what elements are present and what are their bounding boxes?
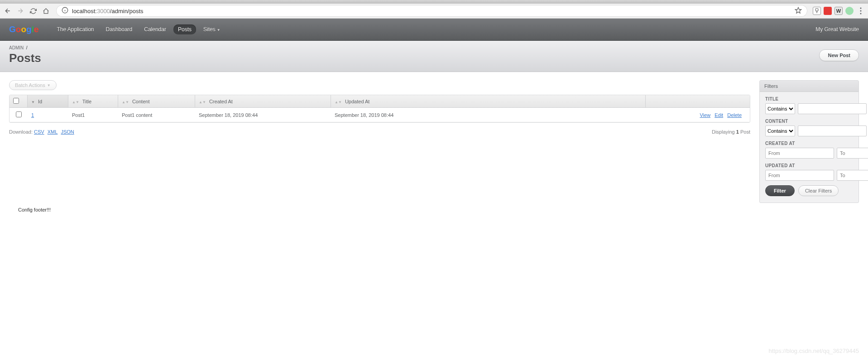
filter-content-op[interactable]: Contains: [765, 125, 795, 136]
col-actions: [646, 95, 750, 108]
edit-link[interactable]: Edit: [715, 112, 723, 118]
title-bar: ADMIN / Posts New Post: [0, 41, 868, 72]
filter-updated-at-label: UPDATED AT: [765, 163, 853, 168]
bookmark-star-icon[interactable]: [795, 7, 802, 15]
home-button[interactable]: [41, 6, 51, 16]
filter-updated-from[interactable]: [765, 170, 834, 181]
filters-heading: Filters: [760, 81, 858, 92]
download-json-link[interactable]: JSON: [61, 129, 74, 135]
filter-button[interactable]: Filter: [765, 185, 795, 196]
nav-link-calendar[interactable]: Calendar: [139, 24, 171, 34]
filter-created-at-label: CREATED AT: [765, 141, 853, 146]
batch-actions-button[interactable]: Batch Actions ▼: [9, 80, 57, 90]
reload-button[interactable]: [28, 6, 38, 16]
nav-link-the-application[interactable]: The Application: [52, 24, 98, 34]
filter-content-input[interactable]: [798, 125, 867, 136]
filter-title-op[interactable]: Contains: [765, 103, 795, 114]
col-id[interactable]: ▼ Id: [28, 95, 68, 108]
view-link[interactable]: View: [700, 112, 710, 118]
row-id-link[interactable]: 1: [31, 112, 34, 118]
col-created-at[interactable]: ▲▼ Created At: [195, 95, 331, 108]
extension-icon-1[interactable]: [813, 7, 821, 15]
browser-menu-icon[interactable]: [856, 7, 865, 14]
filters-panel: Filters TITLE Contains CONTENT Contains: [759, 80, 859, 203]
row-checkbox[interactable]: [16, 111, 22, 117]
select-all-checkbox[interactable]: [13, 98, 19, 104]
extension-icons: W: [813, 7, 865, 15]
app-top-nav: Google The Application Dashboard Calenda…: [0, 19, 868, 41]
download-links: Download: CSV XML JSON: [9, 129, 76, 135]
nav-link-dashboard[interactable]: Dashboard: [101, 24, 137, 34]
col-content[interactable]: ▲▼ Content: [118, 95, 195, 108]
sort-icon: ▲▼: [72, 101, 79, 103]
sort-icon: ▲▼: [335, 101, 342, 103]
sort-desc-icon: ▼: [31, 100, 35, 104]
extension-icon-3[interactable]: W: [834, 7, 843, 15]
breadcrumb-admin[interactable]: ADMIN: [9, 45, 24, 50]
forward-button[interactable]: [15, 6, 25, 16]
cell-updated-at: September 18, 2019 08:44: [331, 108, 646, 122]
sort-icon: ▲▼: [199, 101, 206, 103]
table-row: 1 Post1 Post1 content September 18, 2019…: [10, 108, 750, 122]
pagination-text: Displaying 1 Post: [712, 129, 750, 135]
download-csv-link[interactable]: CSV: [34, 129, 44, 135]
col-title[interactable]: ▲▼ Title: [68, 95, 118, 108]
filter-created-to[interactable]: [837, 148, 868, 159]
cell-actions: View Edit Delete: [646, 108, 750, 122]
col-updated-at[interactable]: ▲▼ Updated At: [331, 95, 646, 108]
clear-filters-button[interactable]: Clear Filters: [798, 185, 839, 196]
svg-point-4: [860, 8, 862, 9]
page-title: Posts: [9, 51, 41, 65]
site-title-link[interactable]: My Great Website: [815, 26, 859, 33]
table-footer: Download: CSV XML JSON Displaying 1 Post: [9, 129, 750, 135]
sort-icon: ▲▼: [122, 101, 129, 103]
breadcrumb: ADMIN /: [9, 45, 41, 50]
filter-content-label: CONTENT: [765, 119, 853, 124]
filter-title-label: TITLE: [765, 96, 853, 101]
nav-link-sites[interactable]: Sites▼: [199, 24, 225, 34]
svg-point-6: [860, 13, 862, 14]
extension-icon-2[interactable]: [824, 7, 832, 15]
breadcrumb-sep: /: [26, 45, 28, 50]
config-footer: Config footer!!!: [9, 198, 750, 222]
download-xml-link[interactable]: XML: [48, 129, 58, 135]
svg-rect-3: [815, 9, 818, 11]
filter-updated-to[interactable]: [837, 170, 868, 181]
col-select-all: [10, 95, 28, 108]
cell-content: Post1 content: [118, 108, 195, 122]
chevron-down-icon: ▼: [47, 83, 51, 87]
back-button[interactable]: [3, 6, 13, 16]
svg-point-5: [860, 10, 862, 12]
url-text: localhost:3000/admin/posts: [72, 8, 144, 14]
app-logo[interactable]: Google: [9, 24, 38, 34]
browser-tab-strip: [0, 0, 868, 4]
nav-links: The Application Dashboard Calendar Posts…: [52, 24, 225, 34]
chevron-down-icon: ▼: [217, 28, 221, 32]
delete-link[interactable]: Delete: [727, 112, 742, 118]
profile-avatar-icon[interactable]: [845, 7, 854, 15]
address-bar[interactable]: localhost:3000/admin/posts: [56, 5, 807, 17]
cell-title: Post1: [68, 108, 118, 122]
cell-id: 1: [28, 108, 68, 122]
posts-table: ▼ Id ▲▼ Title ▲▼ Content ▲▼ Created At: [9, 95, 750, 123]
nav-link-posts[interactable]: Posts: [173, 24, 196, 34]
filter-title-input[interactable]: [798, 103, 867, 114]
cell-created-at: September 18, 2019 08:44: [195, 108, 331, 122]
new-post-button[interactable]: New Post: [819, 49, 859, 61]
filter-created-from[interactable]: [765, 148, 834, 159]
table-header-row: ▼ Id ▲▼ Title ▲▼ Content ▲▼ Created At: [10, 95, 750, 108]
browser-toolbar: localhost:3000/admin/posts W: [0, 4, 868, 19]
site-info-icon[interactable]: [62, 7, 68, 15]
